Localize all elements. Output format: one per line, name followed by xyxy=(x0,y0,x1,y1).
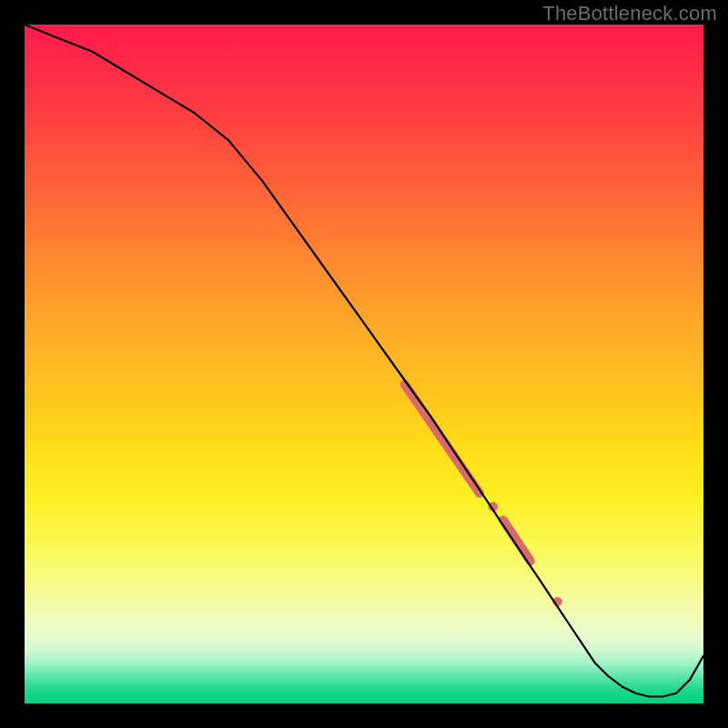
bottleneck-curve xyxy=(25,25,703,697)
highlight-segment xyxy=(405,384,480,492)
chart-svg xyxy=(25,25,703,703)
highlight-segment xyxy=(503,521,531,561)
plot-area xyxy=(25,25,703,703)
chart-frame: TheBottleneck.com xyxy=(0,0,728,728)
watermark-text: TheBottleneck.com xyxy=(542,2,717,25)
